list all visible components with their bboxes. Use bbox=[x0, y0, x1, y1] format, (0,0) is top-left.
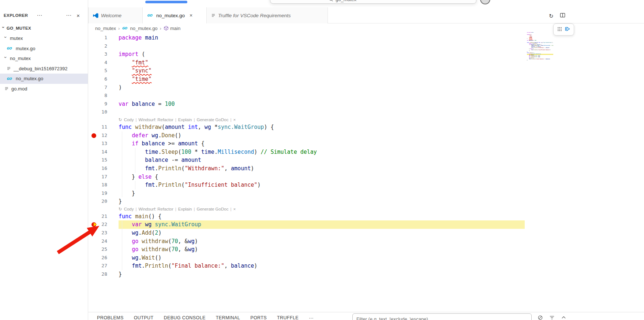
drag-handle-icon[interactable] bbox=[557, 26, 562, 33]
command-center[interactable]: go_mutex bbox=[270, 0, 476, 4]
minimap[interactable]: package mainimport ( "fmt" "sync" "time"… bbox=[527, 32, 553, 62]
gutter[interactable]: 4 bbox=[88, 59, 119, 67]
code-line-27[interactable]: 27 fmt.Println("Final balance:", balance… bbox=[88, 262, 525, 270]
codelens-link[interactable]: Explain bbox=[178, 116, 192, 123]
breadcrumb-item[interactable]: no_mutex bbox=[95, 26, 116, 31]
line-number[interactable]: 25 bbox=[101, 245, 107, 254]
code-line-24[interactable]: 24 go withdraw(70, &wg) bbox=[88, 237, 525, 246]
line-number[interactable]: 26 bbox=[101, 254, 107, 262]
code-line-28[interactable]: 28} bbox=[88, 270, 525, 279]
gutter[interactable]: 27 bbox=[88, 262, 119, 270]
line-number[interactable]: 14 bbox=[101, 148, 107, 156]
line-number[interactable]: 16 bbox=[101, 164, 107, 173]
split-editor-icon[interactable] bbox=[560, 12, 565, 19]
close-sidebar-icon[interactable]: × bbox=[76, 12, 80, 19]
code-text[interactable]: } else { bbox=[119, 173, 525, 181]
run-continue-icon[interactable] bbox=[565, 26, 570, 33]
line-number[interactable]: 27 bbox=[101, 262, 107, 270]
code-editor[interactable]: 1package main23import (4 "fmt"5 "sync"6 … bbox=[88, 33, 525, 279]
clear-filter-icon[interactable] bbox=[538, 315, 543, 320]
gutter[interactable]: 17 bbox=[88, 173, 119, 181]
code-text[interactable]: time.Sleep(100 * time.Millisecond) // Si… bbox=[119, 148, 525, 156]
line-number[interactable]: 18 bbox=[101, 181, 107, 189]
code-text[interactable]: fmt.Println("Insufficient balance") bbox=[119, 181, 525, 189]
line-number[interactable]: 15 bbox=[101, 156, 107, 164]
code-text[interactable]: } bbox=[119, 270, 525, 279]
codelens-dismiss-icon[interactable]: × bbox=[233, 116, 236, 123]
panel-tab-output[interactable]: OUTPUT bbox=[134, 315, 154, 320]
line-number[interactable]: 13 bbox=[101, 139, 107, 148]
panel-tab-debug-console[interactable]: DEBUG CONSOLE bbox=[164, 315, 205, 320]
code-text[interactable]: "fmt" bbox=[119, 59, 525, 67]
code-line-18[interactable]: 18 fmt.Println("Insufficient balance") bbox=[88, 181, 525, 189]
code-line-22[interactable]: 22 var wg sync.WaitGroup bbox=[88, 220, 525, 229]
code-line-14[interactable]: 14 time.Sleep(100 * time.Millisecond) //… bbox=[88, 148, 525, 156]
codelens-link[interactable]: Cody bbox=[124, 206, 134, 212]
codelens-link[interactable]: Windsurf: Refactor bbox=[139, 206, 173, 212]
code-text[interactable] bbox=[119, 92, 525, 100]
line-number[interactable]: 1 bbox=[104, 34, 107, 42]
tree-item-no_mutex[interactable]: ›no_mutex bbox=[0, 53, 88, 64]
close-tab-icon[interactable]: × bbox=[190, 12, 192, 18]
code-text[interactable]: fmt.Println("Withdrawn:", amount) bbox=[119, 164, 525, 173]
gutter[interactable]: 9 bbox=[88, 100, 119, 108]
code-text[interactable]: } bbox=[119, 197, 525, 206]
codelens-link[interactable]: Cody bbox=[124, 116, 134, 123]
code-text[interactable]: var wg sync.WaitGroup bbox=[119, 220, 525, 229]
code-line-6[interactable]: 6 "time" bbox=[88, 75, 525, 83]
line-number[interactable]: 9 bbox=[104, 100, 107, 108]
line-number[interactable]: 11 bbox=[101, 123, 107, 131]
gutter[interactable]: 20 bbox=[88, 197, 119, 206]
code-text[interactable]: "sync" bbox=[119, 67, 525, 75]
sidebar-more-icon[interactable]: ⋯ bbox=[66, 12, 71, 19]
gutter[interactable]: 18 bbox=[88, 181, 119, 189]
gutter[interactable]: 25 bbox=[88, 245, 119, 254]
code-line-12[interactable]: 12 defer wg.Done() bbox=[88, 131, 525, 140]
gutter[interactable]: 14 bbox=[88, 148, 119, 156]
gutter[interactable]: 1 bbox=[88, 34, 119, 42]
refresh-icon[interactable]: ↻ bbox=[549, 13, 554, 19]
gutter[interactable]: 3 bbox=[88, 50, 119, 59]
gutter[interactable]: 7 bbox=[88, 83, 119, 92]
line-number[interactable]: 3 bbox=[104, 50, 107, 59]
code-text[interactable]: defer wg.Done() bbox=[119, 131, 525, 140]
code-line-1[interactable]: 1package main bbox=[88, 34, 525, 42]
line-number[interactable]: 7 bbox=[104, 83, 107, 92]
code-text[interactable]: wg.Wait() bbox=[119, 254, 525, 262]
code-text[interactable]: package main bbox=[119, 34, 525, 42]
code-line-13[interactable]: 13 if balance >= amount { bbox=[88, 139, 525, 148]
code-text[interactable] bbox=[119, 42, 525, 51]
problems-filter-input[interactable] bbox=[352, 313, 532, 320]
maximize-panel-icon[interactable] bbox=[561, 315, 566, 320]
code-text[interactable]: func withdraw(amount int, wg *sync.WaitG… bbox=[119, 123, 525, 131]
code-line-2[interactable]: 2 bbox=[88, 42, 525, 51]
workspace-root-row[interactable]: › GO_MUTEX bbox=[1, 24, 88, 33]
panel-more-tabs-icon[interactable]: ⋯ bbox=[309, 315, 314, 320]
breakpoint-icon[interactable] bbox=[91, 133, 96, 138]
line-number[interactable]: 6 bbox=[104, 75, 107, 83]
code-text[interactable] bbox=[119, 108, 525, 116]
tree-item-mutex[interactable]: ›mutex bbox=[0, 33, 88, 44]
breadcrumb-item[interactable]: main bbox=[164, 26, 180, 31]
line-number[interactable]: 20 bbox=[101, 197, 107, 206]
line-number[interactable]: 2 bbox=[104, 42, 107, 51]
panel-tab-problems[interactable]: PROBLEMS bbox=[97, 315, 124, 320]
code-line-23[interactable]: 23 wg.Add(2) bbox=[88, 229, 525, 237]
gutter[interactable]: 23 bbox=[88, 229, 119, 237]
explorer-more-actions-icon[interactable]: ⋯ bbox=[37, 12, 42, 19]
gutter[interactable]: 26 bbox=[88, 254, 119, 262]
gutter[interactable]: 6 bbox=[88, 75, 119, 83]
code-line-25[interactable]: 25 go withdraw(70, &wg) bbox=[88, 245, 525, 254]
codelens-link[interactable]: Explain bbox=[178, 206, 192, 212]
code-line-21[interactable]: 21func main() { bbox=[88, 212, 525, 221]
line-number[interactable]: 21 bbox=[101, 212, 107, 221]
code-text[interactable]: go withdraw(70, &wg) bbox=[119, 245, 525, 254]
gutter[interactable]: 28 bbox=[88, 270, 119, 279]
gutter[interactable]: 19 bbox=[88, 189, 119, 198]
code-line-3[interactable]: 3import ( bbox=[88, 50, 525, 59]
line-number[interactable]: 12 bbox=[101, 131, 107, 140]
gutter[interactable]: 11 bbox=[88, 123, 119, 131]
line-number[interactable]: 17 bbox=[101, 173, 107, 181]
gutter[interactable]: 22 bbox=[88, 220, 119, 229]
filter-icon[interactable] bbox=[549, 315, 555, 320]
